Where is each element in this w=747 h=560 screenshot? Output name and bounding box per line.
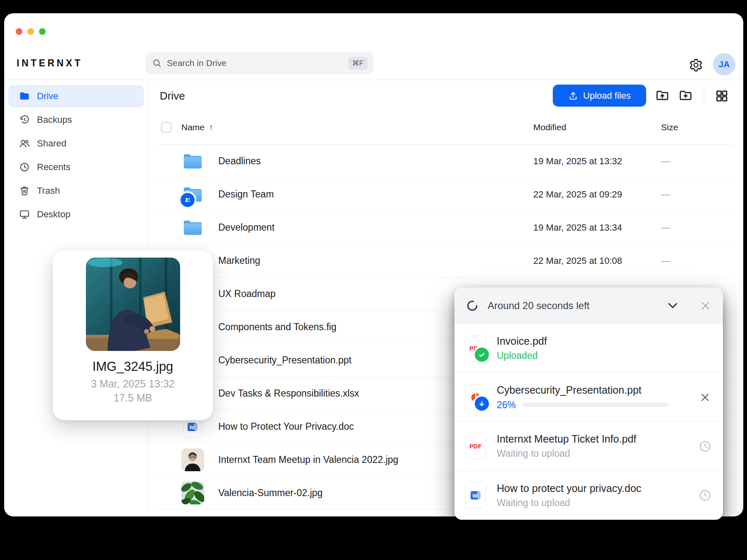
upload-files-label: Upload files xyxy=(583,90,631,101)
preview-date: 3 Mar, 2025 13:32 xyxy=(53,378,213,390)
upload-folder-icon[interactable] xyxy=(655,88,670,103)
svg-text:W: W xyxy=(189,424,194,430)
file-preview-card: IMG_3245.jpg 3 Mar, 2025 13:32 17.5 MB xyxy=(53,250,213,420)
file-name: Marketing xyxy=(218,255,260,266)
upload-progress-panel: Around 20 seconds left PDF Invoice.pdf U… xyxy=(454,287,723,520)
file-modified-date: 19 Mar, 2025 at 13:34 xyxy=(533,222,622,233)
search-icon xyxy=(152,58,162,68)
table-row[interactable]: Design Team 22 Mar, 2025 at 09:29 — xyxy=(158,178,733,211)
sidebar-item-label: Backups xyxy=(37,114,72,125)
file-size: — xyxy=(661,189,670,200)
close-panel-icon[interactable] xyxy=(699,299,712,312)
search-input[interactable]: Search in Drive ⌘F xyxy=(145,52,374,74)
folder-shared-icon xyxy=(181,183,204,206)
photo-portrait-icon xyxy=(181,448,204,471)
preview-filename: IMG_3245.jpg xyxy=(53,359,213,374)
new-folder-icon[interactable] xyxy=(678,88,693,103)
cancel-upload-icon[interactable] xyxy=(699,391,711,404)
sidebar-item-trash[interactable]: Trash xyxy=(8,180,144,202)
sidebar-item-recents[interactable]: Recents xyxy=(8,156,144,178)
sidebar-item-label: Shared xyxy=(37,138,66,149)
column-header-size[interactable]: Size xyxy=(661,122,678,132)
waiting-clock-icon xyxy=(698,488,712,502)
upload-status-uploaded: Uploaded xyxy=(497,350,712,361)
sidebar-item-drive[interactable]: Drive xyxy=(8,85,144,107)
upload-files-button[interactable]: Upload files xyxy=(553,85,646,107)
svg-text:W: W xyxy=(472,493,477,499)
sidebar-item-shared[interactable]: Shared xyxy=(8,132,144,155)
file-modified-date: 19 Mar, 2025 at 13:32 xyxy=(533,156,622,167)
user-avatar[interactable]: JA xyxy=(713,53,735,75)
upload-panel-header: Around 20 seconds left xyxy=(454,287,723,324)
column-header-modified[interactable]: Modified xyxy=(533,122,566,132)
settings-gear-icon[interactable] xyxy=(689,58,703,72)
sidebar-item-backups[interactable]: Backups xyxy=(8,109,144,131)
toolbar-divider xyxy=(704,86,704,105)
upload-item: PDF Internxt Meetup Ticket Info.pdf Wait… xyxy=(454,422,723,471)
pdf-icon: PDF xyxy=(465,433,486,459)
people-icon xyxy=(19,138,30,149)
file-size: — xyxy=(661,222,670,233)
trash-icon xyxy=(19,185,30,197)
desktop-icon xyxy=(19,209,30,220)
table-row[interactable]: Development 19 Mar, 2025 at 13:34 — xyxy=(158,211,733,244)
upload-item-name: How to protect your privacy.doc xyxy=(497,482,712,494)
upload-status-waiting: Waiting to upload xyxy=(497,497,712,509)
ppt-icon xyxy=(465,385,486,410)
uploading-arrow-badge xyxy=(473,395,491,412)
sidebar-item-label: Drive xyxy=(37,91,58,102)
file-name: Valencia-Summer-02.jpg xyxy=(218,487,322,499)
upload-status-waiting: Waiting to upload xyxy=(497,448,712,459)
upload-item: PDF Invoice.pdf Uploaded xyxy=(454,324,723,373)
upload-item-name: Invoice.pdf xyxy=(497,335,712,347)
table-row[interactable]: Deadlines 19 Mar, 2025 at 13:32 — xyxy=(158,145,733,178)
file-name: Cybersecurity_Presentation.ppt xyxy=(218,355,352,366)
upload-icon xyxy=(568,91,578,101)
file-modified-date: 22 Mar, 2025 at 09:29 xyxy=(533,189,622,200)
page-title: Drive xyxy=(160,90,185,102)
file-name: Deadlines xyxy=(218,156,261,167)
file-size: — xyxy=(661,156,670,167)
search-shortcut-badge: ⌘F xyxy=(348,57,368,70)
upload-item-name: Cybersecurity_Presentation.ppt xyxy=(497,384,712,396)
sidebar-item-desktop[interactable]: Desktop xyxy=(8,203,144,226)
search-placeholder: Search in Drive xyxy=(167,58,348,68)
sidebar-item-label: Recents xyxy=(37,162,71,173)
spinner-icon xyxy=(466,299,478,312)
table-row[interactable]: Marketing 22 Mar, 2025 at 10:08 — xyxy=(158,244,733,278)
upload-eta-label: Around 20 seconds left xyxy=(488,300,590,312)
file-name: Design Team xyxy=(218,189,274,200)
upload-item: W How to protect your privacy.doc Waitin… xyxy=(454,471,723,520)
folder-icon xyxy=(19,90,30,102)
shared-folder-badge xyxy=(179,191,196,209)
upload-progress: 26% xyxy=(497,399,712,411)
file-name: Internxt Team Meetup in Valencia 2022.jp… xyxy=(218,454,398,465)
sidebar-item-label: Trash xyxy=(37,185,60,196)
select-all-checkbox[interactable] xyxy=(161,122,172,133)
file-name: Dev Tasks & Responsibilities.xlsx xyxy=(218,388,359,399)
preview-size: 17.5 MB xyxy=(53,392,213,404)
upload-item: Cybersecurity_Presentation.ppt 26% xyxy=(454,373,723,422)
file-name: How to Protect Your Privacy.doc xyxy=(218,421,354,432)
sidebar-nav: DriveBackupsSharedRecentsTrashDesktop xyxy=(4,85,148,226)
column-header-name[interactable]: Name↑ xyxy=(181,122,213,132)
progress-percent-label: 26% xyxy=(497,399,516,411)
window-controls xyxy=(16,28,46,35)
file-name: Development xyxy=(218,222,275,233)
upload-item-name: Internxt Meetup Ticket Info.pdf xyxy=(497,433,712,445)
sidebar-item-label: Desktop xyxy=(37,209,71,220)
folder-icon xyxy=(181,150,204,173)
uploaded-check-badge xyxy=(473,346,491,363)
close-window-button[interactable] xyxy=(16,28,22,35)
sort-arrow-icon: ↑ xyxy=(209,122,213,132)
progress-bar xyxy=(522,403,669,407)
collapse-chevron-down-icon[interactable] xyxy=(666,299,680,313)
grid-view-icon[interactable] xyxy=(715,89,729,103)
minimize-window-button[interactable] xyxy=(27,28,34,35)
waiting-clock-icon xyxy=(698,439,712,453)
file-name: Components and Tokens.fig xyxy=(218,321,337,333)
zoom-window-button[interactable] xyxy=(39,28,46,35)
file-modified-date: 22 Mar, 2025 at 10:08 xyxy=(533,256,622,266)
preview-photo xyxy=(86,258,180,351)
history-icon xyxy=(19,114,30,126)
